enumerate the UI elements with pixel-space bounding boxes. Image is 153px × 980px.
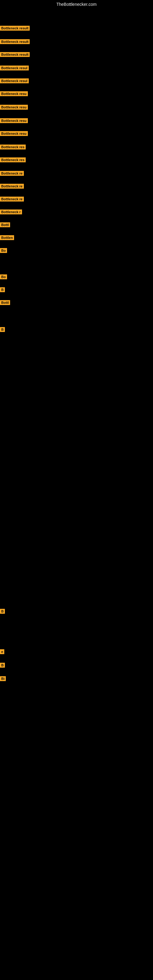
bottleneck-label: Bottleneck result [0, 26, 30, 30]
bottleneck-label: Bottleneck re [0, 171, 24, 176]
site-title: TheBottlenecker.com [0, 0, 153, 9]
bottleneck-label: B [0, 287, 5, 292]
bottleneck-label: Bottleneck result [0, 52, 30, 57]
bottleneck-label: e [0, 649, 4, 654]
bottleneck-label: Bottleneck resul [0, 65, 29, 70]
bottleneck-label: Bottlen [0, 235, 14, 240]
bottleneck-label: B [0, 663, 5, 668]
bottleneck-label: Bottleneck resu [0, 91, 28, 96]
bottleneck-label: Bo [0, 274, 7, 279]
bottleneck-label: Bi [0, 676, 6, 681]
bottleneck-label: B [0, 327, 5, 332]
bottleneck-label: Bottleneck resu [0, 118, 28, 123]
bottleneck-label: Bottleneck res [0, 158, 26, 162]
bottleneck-label: Bottleneck result [0, 39, 30, 44]
bottleneck-label: Bottleneck resul [0, 78, 29, 83]
bottleneck-label: Bo [0, 248, 7, 253]
bottleneck-label: Bottleneck res [0, 145, 26, 150]
bottleneck-label: Bottleneck re [0, 184, 24, 189]
bottleneck-label: Bottl [0, 300, 10, 305]
bottleneck-label: B [0, 609, 5, 614]
bottleneck-label: Bottleneck re [0, 197, 24, 202]
bottleneck-label: Bottleneck resu [0, 105, 28, 110]
bottleneck-label: Bottleneck resu [0, 131, 28, 136]
bottleneck-label: Bottl [0, 222, 10, 227]
bottleneck-label: Bottleneck r [0, 210, 22, 215]
